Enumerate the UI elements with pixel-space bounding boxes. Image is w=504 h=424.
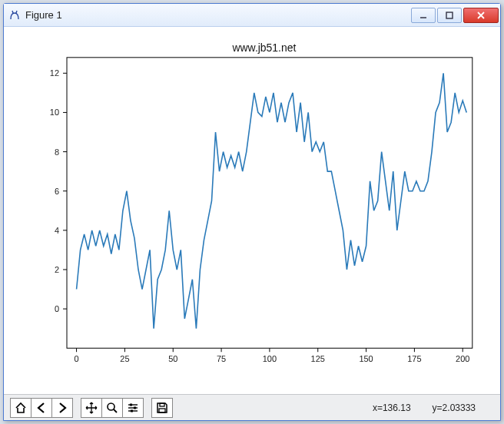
status-readout: x=136.13 y=2.03333 [373, 402, 494, 413]
zoom-button[interactable] [101, 398, 123, 418]
svg-rect-41 [130, 403, 132, 406]
svg-text:8: 8 [55, 147, 59, 157]
maximize-button[interactable] [437, 8, 462, 23]
titlebar: Figure 1 [4, 4, 500, 27]
svg-line-37 [114, 409, 117, 412]
figure-window: Figure 1 www.jb51.net 025507510012515017… [3, 3, 501, 421]
view-group [81, 398, 144, 418]
svg-text:0: 0 [55, 304, 59, 313]
toolbar: x=136.13 y=2.03333 [4, 394, 500, 420]
svg-text:100: 100 [263, 354, 277, 363]
y-ticks: 024681012 [50, 68, 67, 313]
back-button[interactable] [31, 398, 52, 418]
svg-rect-1 [446, 12, 453, 18]
nav-group [10, 398, 73, 418]
status-y: y=2.03333 [433, 402, 476, 413]
svg-text:10: 10 [50, 108, 59, 117]
svg-rect-43 [131, 409, 133, 412]
svg-rect-42 [134, 406, 136, 409]
app-icon [8, 9, 21, 22]
io-group [151, 398, 173, 418]
svg-rect-44 [160, 403, 164, 406]
pan-button[interactable] [81, 398, 102, 418]
home-button[interactable] [10, 398, 32, 418]
close-button[interactable] [463, 8, 499, 23]
svg-text:50: 50 [168, 354, 177, 363]
svg-text:0: 0 [75, 354, 79, 363]
plot-area[interactable]: www.jb51.net 0255075100125150175200 0246… [4, 27, 500, 394]
window-title: Figure 1 [25, 9, 410, 21]
svg-text:125: 125 [311, 354, 325, 363]
status-x: x=136.13 [373, 402, 411, 413]
line-series [77, 73, 467, 328]
svg-text:75: 75 [217, 354, 226, 363]
svg-text:4: 4 [55, 226, 59, 235]
svg-text:6: 6 [55, 187, 59, 196]
svg-text:200: 200 [456, 354, 469, 363]
svg-point-36 [108, 403, 114, 410]
chart-svg: www.jb51.net 0255075100125150175200 0246… [4, 27, 500, 394]
chart-title: www.jb51.net [231, 41, 296, 54]
svg-text:2: 2 [55, 265, 59, 274]
svg-text:175: 175 [407, 354, 421, 363]
minimize-button[interactable] [411, 8, 436, 23]
forward-button[interactable] [51, 398, 73, 418]
svg-text:12: 12 [50, 68, 59, 78]
configure-button[interactable] [122, 398, 144, 418]
svg-text:150: 150 [359, 354, 373, 363]
save-button[interactable] [151, 398, 173, 418]
svg-text:25: 25 [120, 354, 129, 363]
x-ticks: 0255075100125150175200 [75, 348, 470, 363]
